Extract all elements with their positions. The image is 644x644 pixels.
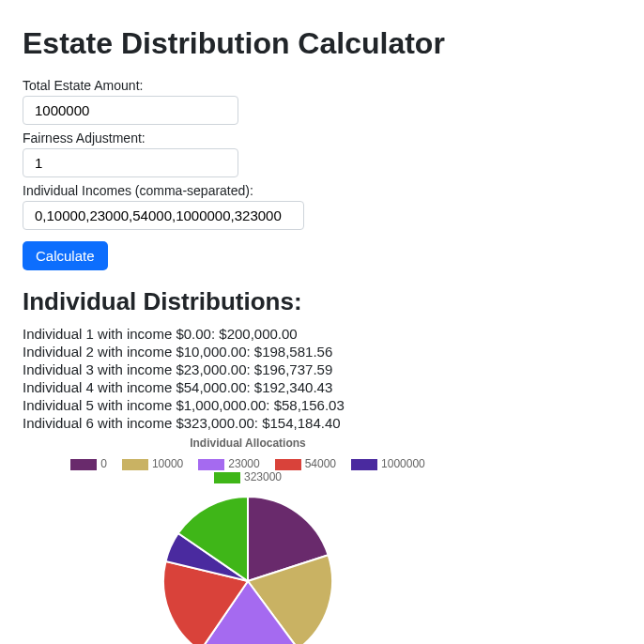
legend-item: 323000	[214, 470, 282, 483]
distribution-row: Individual 2 with income $10,000.00: $19…	[23, 344, 621, 360]
fairness-input[interactable]	[23, 148, 238, 177]
legend-item: 54000	[275, 457, 336, 470]
legend-swatch	[198, 459, 224, 470]
legend-swatch	[70, 459, 97, 470]
pie-chart: Individual Allocations 01000023000540001…	[23, 437, 473, 644]
total-estate-label: Total Estate Amount:	[23, 78, 621, 93]
distributions-list: Individual 1 with income $0.00: $200,000…	[23, 326, 621, 431]
legend-swatch	[214, 472, 240, 483]
legend-item: 23000	[198, 457, 259, 470]
distribution-row: Individual 6 with income $323,000.00: $1…	[23, 415, 621, 431]
chart-title: Individual Allocations	[23, 437, 473, 450]
incomes-label: Individual Incomes (comma-separated):	[23, 183, 621, 198]
legend-item: 10000	[122, 457, 183, 470]
distribution-row: Individual 1 with income $0.00: $200,000…	[23, 326, 621, 342]
total-estate-input[interactable]	[23, 96, 238, 125]
legend-swatch	[351, 459, 377, 470]
distribution-row: Individual 5 with income $1,000,000.00: …	[23, 397, 621, 413]
page-title: Estate Distribution Calculator	[23, 26, 621, 61]
distribution-row: Individual 3 with income $23,000.00: $19…	[23, 361, 621, 377]
incomes-input[interactable]	[23, 201, 304, 230]
legend-item: 0	[70, 457, 107, 470]
distribution-row: Individual 4 with income $54,000.00: $19…	[23, 379, 621, 395]
pie-svg	[145, 487, 351, 644]
chart-legend: 01000023000540001000000323000	[23, 452, 473, 487]
calculate-button[interactable]: Calculate	[23, 241, 108, 270]
distributions-heading: Individual Distributions:	[23, 287, 621, 316]
legend-swatch	[275, 459, 301, 470]
legend-item: 1000000	[351, 457, 425, 470]
fairness-label: Fairness Adjustment:	[23, 130, 621, 146]
legend-swatch	[122, 459, 148, 470]
